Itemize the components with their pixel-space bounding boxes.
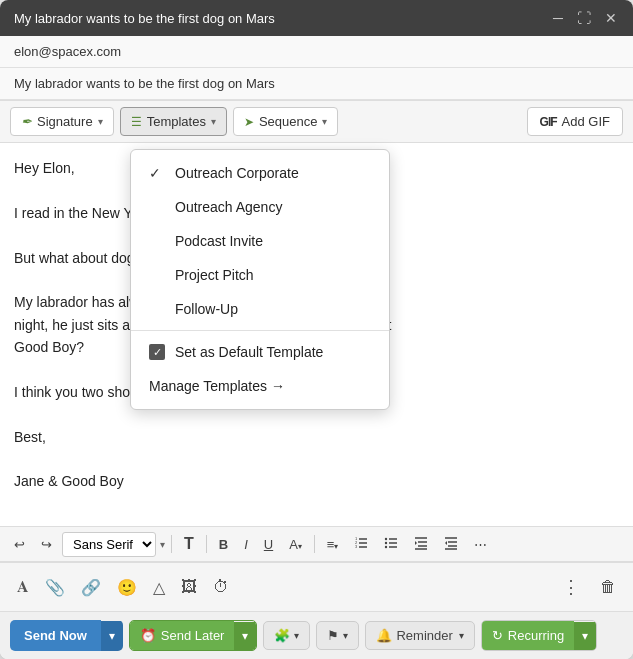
separator: [314, 535, 315, 553]
subject-field: My labrador wants to be the first dog on…: [0, 68, 633, 100]
outdent-button[interactable]: [438, 532, 464, 557]
sequence-button[interactable]: ➤ Sequence ▾: [233, 107, 339, 136]
insert-emoji-button[interactable]: 🙂: [110, 573, 144, 602]
format-bar: ↩ ↪ Sans Serif ▾ T B I U A▾ ≡▾ 123 ⋯: [0, 526, 633, 562]
action-icons: 𝐀 📎 🔗 🙂 △ 🖼 ⏱: [10, 573, 236, 602]
link-icon: 🔗: [81, 579, 101, 596]
manage-templates-link[interactable]: Manage Templates →: [131, 369, 389, 403]
photo-icon: 🖼: [181, 578, 197, 595]
template-label: Follow-Up: [175, 301, 238, 317]
separator: [206, 535, 207, 553]
delete-draft-button[interactable]: 🗑: [593, 573, 623, 601]
template-label: Outreach Corporate: [175, 165, 299, 181]
font-color-button[interactable]: A▾: [283, 533, 308, 556]
align-button[interactable]: ≡▾: [321, 533, 345, 556]
add-gif-button[interactable]: GIF Add GIF: [527, 107, 623, 136]
set-default-label: Set as Default Template: [175, 344, 323, 360]
template-outreach-corporate[interactable]: ✓ Outreach Corporate: [131, 156, 389, 190]
template-follow-up[interactable]: ✓ Follow-Up: [131, 292, 389, 326]
separator: [171, 535, 172, 553]
recurring-caret-icon: ▾: [582, 629, 588, 643]
reminder-button[interactable]: 🔔 Reminder ▾: [365, 621, 474, 650]
bottom-bar: Send Now ▾ ⏰ Send Later ▾ 🧩 ▾ ⚑ ▾ 🔔 R: [0, 611, 633, 659]
template-project-pitch[interactable]: ✓ Project Pitch: [131, 258, 389, 292]
send-now-button[interactable]: Send Now: [10, 620, 101, 651]
templates-dropdown: ✓ Outreach Corporate ✓ Outreach Agency ✓…: [130, 149, 390, 410]
send-later-caret-icon: ▾: [242, 629, 248, 643]
text-size-button[interactable]: T: [178, 531, 200, 557]
send-now-caret-button[interactable]: ▾: [101, 621, 123, 651]
maximize-button[interactable]: ⛶: [575, 10, 593, 26]
signature-icon: ✒: [21, 114, 32, 129]
flag-button[interactable]: ⚑ ▾: [316, 621, 359, 650]
recurring-button[interactable]: ↻ Recurring: [482, 621, 574, 650]
format-text-icon: 𝐀: [17, 578, 29, 595]
reminder-caret-icon: ▾: [459, 630, 464, 641]
email-fields: elon@spacex.com My labrador wants to be …: [0, 36, 633, 101]
manage-templates-label: Manage Templates →: [149, 378, 285, 394]
svg-text:3: 3: [355, 544, 358, 549]
more-format-button[interactable]: ⋯: [468, 533, 493, 556]
set-default-template-item[interactable]: ✓ Set as Default Template: [131, 335, 389, 369]
templates-button[interactable]: ☰ Templates ▾: [120, 107, 227, 136]
emoji-icon: 🙂: [117, 579, 137, 596]
flag-caret-icon: ▾: [343, 630, 348, 641]
undo-button[interactable]: ↩: [8, 533, 31, 556]
templates-icon: ☰: [131, 115, 142, 129]
sequence-icon: ➤: [244, 115, 254, 129]
puzzle-button[interactable]: 🧩 ▾: [263, 621, 310, 650]
ordered-list-button[interactable]: 123: [348, 532, 374, 557]
title-bar: My labrador wants to be the first dog on…: [0, 0, 633, 36]
font-family-select[interactable]: Sans Serif: [62, 532, 156, 557]
template-label: Outreach Agency: [175, 199, 282, 215]
body-signature: Jane & Good Boy: [14, 470, 619, 492]
google-drive-button[interactable]: △: [146, 573, 172, 602]
template-label: Project Pitch: [175, 267, 254, 283]
check-icon: ✓: [149, 165, 165, 181]
recurring-caret-button[interactable]: ▾: [574, 622, 596, 650]
checkbox-checked-icon: ✓: [149, 344, 165, 360]
bold-button[interactable]: B: [213, 533, 234, 556]
insert-photo-button[interactable]: 🖼: [174, 573, 204, 601]
gif-icon: GIF: [540, 115, 557, 129]
unordered-list-button[interactable]: [378, 532, 404, 557]
svg-point-10: [385, 541, 387, 543]
font-caret-icon: ▾: [160, 539, 165, 550]
italic-button[interactable]: I: [238, 533, 254, 556]
signature-button[interactable]: ✒ Signature ▾: [10, 107, 114, 136]
minimize-button[interactable]: ─: [551, 10, 565, 26]
schedule-button[interactable]: ⏱: [206, 573, 236, 601]
dropdown-divider: [131, 330, 389, 331]
window-title: My labrador wants to be the first dog on…: [14, 11, 275, 26]
title-bar-controls: ─ ⛶ ✕: [551, 10, 619, 26]
more-options-button[interactable]: ⋮: [555, 571, 587, 603]
recurring-icon: ↻: [492, 628, 503, 643]
email-compose-window: My labrador wants to be the first dog on…: [0, 0, 633, 659]
send-later-caret-button[interactable]: ▾: [234, 622, 256, 650]
template-outreach-agency[interactable]: ✓ Outreach Agency: [131, 190, 389, 224]
drive-icon: △: [153, 579, 165, 596]
send-later-clock-icon: ⏰: [140, 628, 156, 643]
redo-button[interactable]: ↪: [35, 533, 58, 556]
attach-file-button[interactable]: 📎: [38, 573, 72, 602]
paperclip-icon: 📎: [45, 579, 65, 596]
bell-icon: 🔔: [376, 628, 392, 643]
insert-link-button[interactable]: 🔗: [74, 573, 108, 602]
flag-icon: ⚑: [327, 628, 339, 643]
underline-button[interactable]: U: [258, 533, 279, 556]
sequence-caret-icon: ▾: [322, 116, 327, 127]
template-label: Podcast Invite: [175, 233, 263, 249]
puzzle-caret-icon: ▾: [294, 630, 299, 641]
send-later-button[interactable]: ⏰ Send Later: [130, 621, 235, 650]
toolbar: ✒ Signature ▾ ☰ Templates ▾ ➤ Sequence ▾…: [0, 101, 633, 143]
format-text-button[interactable]: 𝐀: [10, 573, 36, 601]
svg-point-9: [385, 537, 387, 539]
close-button[interactable]: ✕: [603, 10, 619, 26]
action-bar: 𝐀 📎 🔗 🙂 △ 🖼 ⏱ ⋮ 🗑: [0, 562, 633, 611]
signature-caret-icon: ▾: [98, 116, 103, 127]
indent-button[interactable]: [408, 532, 434, 557]
body-sign-off: Best,: [14, 426, 619, 448]
templates-caret-icon: ▾: [211, 116, 216, 127]
template-podcast-invite[interactable]: ✓ Podcast Invite: [131, 224, 389, 258]
clock-icon: ⏱: [213, 578, 229, 595]
